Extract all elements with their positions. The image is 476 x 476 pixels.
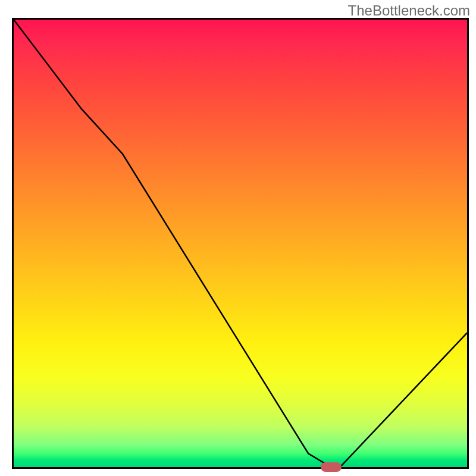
- bottleneck-curve: [14, 20, 467, 467]
- watermark-text: TheBottleneck.com: [348, 2, 470, 19]
- plot-area: [12, 18, 469, 469]
- optimal-marker-icon: [321, 462, 341, 471]
- chart-container: TheBottleneck.com: [0, 0, 476, 476]
